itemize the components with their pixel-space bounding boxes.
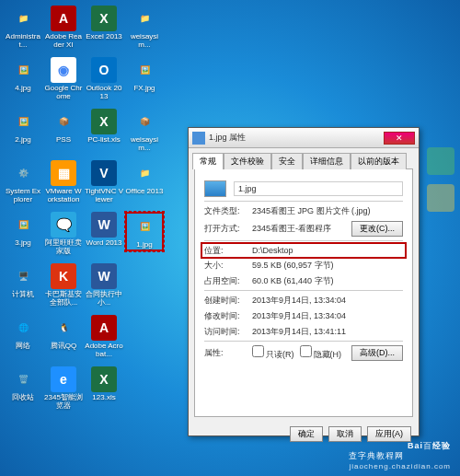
2345-browser[interactable]: e2345智能浏览器 [44,366,83,411]
property-value: 2013年9月14日, 13:34:04 [252,295,403,307]
vmware[interactable]: ▦VMware Workstation [44,160,83,204]
adobe-acrobat[interactable]: AAdobe Acrobat... [85,315,123,359]
filename-value[interactable]: 1.jpg [234,181,403,197]
network-icon: 🌐 [10,315,36,341]
file-4jpg[interactable]: 🖼️4.jpg [4,57,42,93]
adobe-reader-icon: A [51,6,76,31]
word-2013-label: Word 2013 [86,239,122,248]
property-value: 2013年9月14日, 13:41:11 [252,326,403,338]
pss-icon: 📦 [51,109,76,134]
change-button[interactable]: 更改(C)... [351,221,403,237]
ok-button[interactable]: 确定 [290,426,323,442]
tab-1[interactable]: 文件校验 [224,153,271,169]
weisay-folder-label: weisaysim... [125,33,164,50]
network-label: 网络 [16,342,30,351]
property-value: 59.5 KB (60,957 字节) [252,260,403,272]
file-123xls-label: 123.xls [92,394,115,402]
tightvnc-label: TightVNC Viewer [85,188,123,204]
excel-2013-icon: X [91,6,117,31]
property-label: 访问时间: [204,326,252,338]
file-fxjpg[interactable]: 🖼️FX.jpg [125,57,164,93]
dialog-tabs: 常规文件校验安全详细信息以前的版本 [189,148,419,168]
tightvnc[interactable]: VTightVNC Viewer [85,160,123,204]
dialog-titlebar[interactable]: 1.jpg 属性 ✕ [189,128,419,148]
tab-4[interactable]: 以前的版本 [351,153,407,169]
property-label: 文件类型: [204,205,252,217]
apply-button[interactable]: 应用(A) [367,426,411,442]
file-2jpg[interactable]: 🖼️2.jpg [4,109,42,145]
close-button[interactable]: ✕ [384,132,415,145]
computer[interactable]: 🖥️计算机 [4,263,42,299]
file-4jpg-icon: 🖼️ [10,57,36,83]
hidden-checkbox[interactable]: 隐藏(H) [300,345,342,361]
property-label: 创建时间: [204,295,252,307]
tab-2[interactable]: 安全 [271,153,303,169]
properties-dialog: 1.jpg 属性 ✕ 常规文件校验安全详细信息以前的版本 1.jpg 文件类型:… [188,127,420,436]
network[interactable]: 🌐网络 [4,315,42,351]
aliwangwang[interactable]: 🗨️阿里旺旺卖家版 [44,212,83,256]
file-2jpg-label: 2.jpg [15,136,30,145]
pss[interactable]: 📦PSS [44,109,83,145]
word-2013-icon: W [91,212,117,238]
cancel-button[interactable]: 取消 [328,426,362,442]
computer-icon: 🖥️ [10,263,36,289]
weisay-folder[interactable]: 📁weisaysim... [125,6,164,50]
pss-label: PSS [56,136,71,145]
property-row: 大小:59.5 KB (60,957 字节) [204,260,403,272]
advanced-button[interactable]: 高级(D)... [351,345,403,361]
location-value: D:\Desktop [252,245,403,257]
aliwangwang-label: 阿里旺旺卖家版 [44,239,83,256]
tencent-qq[interactable]: 🐧腾讯QQ [44,315,83,351]
file-1jpg[interactable]: 🖼️1.jpg [125,212,164,251]
pc-list-label: PC-list.xls [87,136,121,145]
dialog-title-icon [192,132,205,145]
weisay-zip-label: weisaysim... [125,136,164,153]
pc-list[interactable]: XPC-list.xls [85,109,123,145]
property-row: 访问时间:2013年9月14日, 13:41:11 [204,326,403,338]
adobe-acrobat-label: Adobe Acrobat... [85,342,123,359]
file-1jpg-icon: 🖼️ [132,214,157,239]
file-1jpg-label: 1.jpg [136,241,152,250]
property-row: 打开方式:2345看图王-看图程序更改(C)... [204,221,403,237]
property-value: 2345看图王-看图程序 [252,223,348,235]
chrome-label: Google Chrome [44,85,83,101]
contract-doc[interactable]: W合同执行中小... [85,263,123,308]
file-3jpg[interactable]: 🖼️3.jpg [4,212,42,248]
adobe-reader[interactable]: AAdobe Reader XI [44,6,83,50]
weisay-folder-icon: 📁 [132,6,157,31]
recycle-bin-icon: 🗑️ [10,366,36,392]
weisay-zip-icon: 📦 [132,109,157,134]
vmware-label: VMware Workstation [44,188,83,204]
admin-folder-icon: 📁 [10,6,36,31]
property-row: 修改时间:2013年9月14日, 13:34:04 [204,310,403,322]
chrome[interactable]: ◉Google Chrome [44,57,83,101]
kaspersky[interactable]: K卡巴斯基安全部队... [44,263,83,308]
pc-list-icon: X [91,109,117,134]
adobe-acrobat-icon: A [91,315,117,341]
dialog-title: 1.jpg 属性 [209,132,384,144]
location-label: 位置: [204,245,252,257]
property-label: 大小: [204,260,252,272]
tencent-qq-label: 腾讯QQ [51,342,76,351]
computer-label: 计算机 [12,291,34,299]
system-explorer[interactable]: ⚙️System Explorer [4,160,42,204]
readonly-checkbox[interactable]: 只读(R) [252,345,294,361]
weisay-zip[interactable]: 📦weisaysim... [125,109,164,153]
kaspersky-label: 卡巴斯基安全部队... [44,291,83,308]
recycle-bin[interactable]: 🗑️回收站 [4,366,42,402]
word-2013[interactable]: WWord 2013 [85,212,123,248]
tab-3[interactable]: 详细信息 [303,153,351,169]
office-folder[interactable]: 📁Office 2013 [125,160,164,196]
outlook[interactable]: OOutlook 2013 [85,57,123,101]
admin-folder-label: Administrat... [4,33,42,50]
property-label: 修改时间: [204,310,252,322]
vmware-icon: ▦ [51,160,76,186]
property-label: 占用空间: [204,275,252,287]
file-123xls[interactable]: X123.xls [85,366,123,402]
chrome-icon: ◉ [51,57,76,83]
2345-browser-label: 2345智能浏览器 [44,394,83,411]
admin-folder[interactable]: 📁Administrat... [4,6,42,50]
excel-2013-label: Excel 2013 [86,33,122,41]
tab-0[interactable]: 常规 [192,153,224,169]
excel-2013[interactable]: XExcel 2013 [85,6,123,41]
